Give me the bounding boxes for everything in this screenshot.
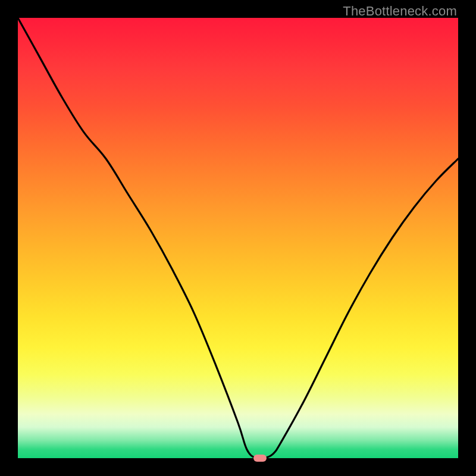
plot-area — [18, 18, 458, 458]
curve-path — [18, 18, 458, 458]
watermark-text: TheBottleneck.com — [343, 4, 457, 19]
bottleneck-curve — [18, 18, 458, 458]
minimum-marker — [253, 455, 267, 462]
chart-container: TheBottleneck.com — [0, 0, 476, 476]
